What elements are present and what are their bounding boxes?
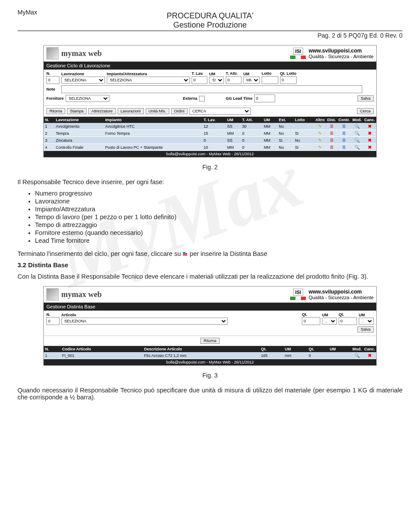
input-n[interactable] <box>46 317 60 325</box>
list-item: Lavorazione <box>35 198 402 205</box>
delete-icon[interactable]: ✖ <box>363 352 376 359</box>
delete-icon[interactable]: ✖ <box>363 144 376 151</box>
distinta-table: N. Codice Articolo Descrizione Articolo … <box>44 346 376 359</box>
label-note: Note <box>46 87 60 91</box>
mod-icon[interactable]: 🔍 <box>351 144 363 151</box>
mod-icon[interactable]: 🔍 <box>351 123 363 130</box>
dist-icon[interactable]: ≣ <box>326 144 337 151</box>
label-qtlotto: Qt. Lotto <box>280 71 297 76</box>
input-note[interactable] <box>61 85 362 93</box>
distinta-icon <box>183 252 188 257</box>
th-mod: Mod. <box>351 346 363 352</box>
list-item: Fornitore esterno (quando necessario) <box>35 229 402 236</box>
ritorna-button[interactable]: Ritorna <box>46 108 65 114</box>
doc-title-1: PROCEDURA QUALITA' <box>18 11 402 21</box>
label-um1: UM <box>322 313 337 317</box>
select-um1[interactable]: .. <box>322 318 337 325</box>
fig3-label: Fig. 3 <box>18 372 402 379</box>
input-tlav[interactable] <box>192 76 207 84</box>
delete-icon[interactable]: ✖ <box>363 123 376 130</box>
label-n: N. <box>46 71 60 76</box>
label-ggleadtime: GG Lead Time <box>226 96 252 101</box>
th-contr: Contr. <box>337 117 351 123</box>
edit-icon[interactable]: ✎ <box>314 144 326 151</box>
page-indicator: Pag. 2 di 5 PQ07g Ed. 0 Rev. 0 <box>18 32 402 39</box>
app-logo <box>46 288 59 301</box>
para1: Il Responsabile Tecnico deve inserire, p… <box>18 178 402 185</box>
screenshot-fig2: mymax web ISI www.sviluppoisi.com Qualit… <box>43 45 377 157</box>
th-um2: UM <box>329 346 351 352</box>
th-n: N. <box>44 346 61 352</box>
th-qt1: Qt. <box>260 346 284 352</box>
label-tlav: T. Lav. <box>192 71 207 76</box>
mod-icon[interactable]: 🔍 <box>351 352 363 359</box>
edit-icon[interactable]: ✎ <box>314 137 326 144</box>
label-impianto: Impianto/Attrezzatura <box>107 72 190 76</box>
select-impianto[interactable]: SELEZIONA <box>107 77 190 84</box>
cerca-button[interactable]: Cerca <box>357 108 374 114</box>
select-um1[interactable]: SS <box>209 77 224 84</box>
th-dist: Dist. <box>326 117 337 123</box>
select-articolo[interactable]: SELEZIONA <box>61 318 228 325</box>
select-um2[interactable]: MM <box>243 77 260 84</box>
screenshot-fig3: mymax web ISI www.sviluppoisi.com Qualit… <box>43 286 377 366</box>
unita-button[interactable]: Unità Mis. <box>146 108 169 114</box>
cerca-select[interactable]: CERCA <box>189 108 251 115</box>
fig2-label: Fig. 2 <box>18 164 402 171</box>
app-title: mymax web <box>61 49 102 58</box>
edit-icon[interactable]: ✎ <box>314 130 326 137</box>
table-row: 1 FI_001 Filo Acciaio C72 1,2 mm 165 mm … <box>44 352 376 359</box>
delete-icon[interactable]: ✖ <box>363 130 376 137</box>
dist-icon[interactable]: ≣ <box>326 137 337 144</box>
tricolor-icon <box>290 297 306 300</box>
input-qt2[interactable] <box>339 317 357 325</box>
th-um1: UM <box>284 346 307 352</box>
isi-label: ISI <box>293 48 303 55</box>
dist-icon[interactable]: ≣ <box>326 130 337 137</box>
select-fornitore[interactable]: SELEZIONA <box>66 95 109 102</box>
ritorna-button[interactable]: Ritorna <box>200 338 219 344</box>
th-qt2: Qt. <box>308 346 329 352</box>
lavorazioni-button[interactable]: Lavorazioni <box>118 108 144 114</box>
label-articolo: Articolo <box>61 313 300 317</box>
salva-button[interactable]: Salva <box>357 95 374 101</box>
para2: Terminato l'inserimento del ciclo, per o… <box>18 250 402 257</box>
input-tattr[interactable] <box>226 76 242 84</box>
input-qt1[interactable] <box>302 317 320 325</box>
label-um1: UM <box>209 72 224 76</box>
stampa-button[interactable]: Stampa <box>67 108 87 114</box>
attrezzature-button[interactable]: Attrezzature <box>88 108 116 114</box>
contr-icon[interactable]: ≣ <box>337 130 351 137</box>
table-row: 4 Controllo Finale Posto di Lavoro PC + … <box>44 144 376 151</box>
dist-icon[interactable]: ≣ <box>326 123 337 130</box>
mod-icon[interactable]: 🔍 <box>351 130 363 137</box>
contr-icon[interactable]: ≣ <box>337 144 351 151</box>
salva-button[interactable]: Salva <box>357 326 374 332</box>
select-um2[interactable]: .. <box>359 318 374 325</box>
label-qt1: Qt. <box>302 312 320 317</box>
checkbox-esterna[interactable] <box>199 96 205 101</box>
list-item: Tempo di attrezzaggio <box>35 221 402 228</box>
label-fornitore: Fornitore <box>46 96 64 101</box>
input-ggleadtime[interactable] <box>254 94 275 102</box>
label-n: N. <box>46 312 60 317</box>
select-lavorazione[interactable]: SELEZIONA <box>61 77 105 84</box>
input-qtlotto[interactable] <box>280 76 297 84</box>
th-cod: Codice Articolo <box>61 346 143 352</box>
label-lavorazione: Lavorazione <box>61 72 105 76</box>
mod-icon[interactable]: 🔍 <box>351 137 363 144</box>
delete-icon[interactable]: ✖ <box>363 137 376 144</box>
label-tattr: T. Attr. <box>226 71 242 76</box>
input-n[interactable] <box>46 76 60 84</box>
app-title: mymax web <box>61 290 102 299</box>
th-canc: Canc. <box>363 346 376 352</box>
header-tagline: Qualità - Sicurezza - Ambiente <box>308 54 374 59</box>
ordini-button[interactable]: Ordini <box>171 108 188 114</box>
ciclo-table: N. Lavorazione Impianto T. Lav. UM T. At… <box>44 117 376 151</box>
contr-icon[interactable]: ≣ <box>337 123 351 130</box>
edit-icon[interactable]: ✎ <box>314 123 326 130</box>
input-lotto[interactable] <box>262 76 278 84</box>
contr-icon[interactable]: ≣ <box>337 137 351 144</box>
section-3-2-title: 3.2 Distinta Base <box>18 262 402 269</box>
header-url: www.sviluppoisi.com <box>308 289 374 295</box>
